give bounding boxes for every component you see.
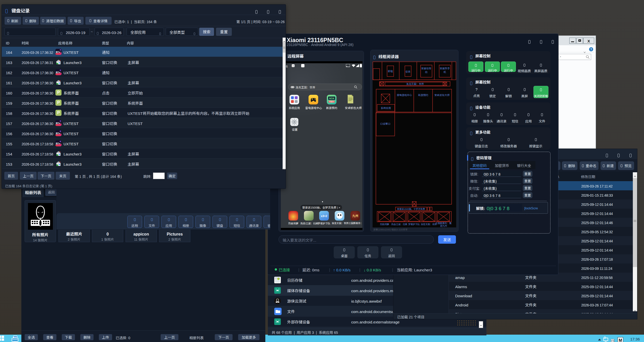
svg-text:机: 机: [443, 70, 446, 74]
svg-text:雷电游戏中心: 雷电游戏中心: [397, 93, 412, 97]
svg-text:卸载: 卸载: [388, 69, 393, 73]
svg-text:梦境护卫队: 梦境护卫队: [408, 223, 420, 226]
svg-text:洛克王国：世界: 洛克王国：世界: [406, 82, 424, 86]
svg-text:系统应用: 系统应用: [381, 106, 391, 110]
svg-text:出: 出: [425, 70, 427, 74]
svg-text:新游预约: 新游预约: [418, 93, 428, 97]
svg-text:登录送1500抽，全梦灵免费: 登录送1500抽，全梦灵免费: [397, 207, 425, 211]
svg-text:烈焰觉醒: 烈焰觉醒: [380, 223, 389, 226]
svg-text:热血江湖：归来: 热血江湖：归来: [391, 223, 407, 226]
svg-text:洛克王国：世界: 洛克王国：世界: [421, 223, 437, 226]
svg-text:口设置口: 口设置口: [380, 122, 390, 126]
svg-text:信息: 信息: [405, 70, 410, 73]
svg-text:安装到手: 安装到手: [440, 66, 450, 70]
svg-text:安卓抓包大师: 安卓抓包大师: [434, 93, 450, 97]
svg-text:定九州: 定九州: [440, 224, 447, 227]
svg-text:安装包导: 安装包导: [421, 66, 431, 70]
